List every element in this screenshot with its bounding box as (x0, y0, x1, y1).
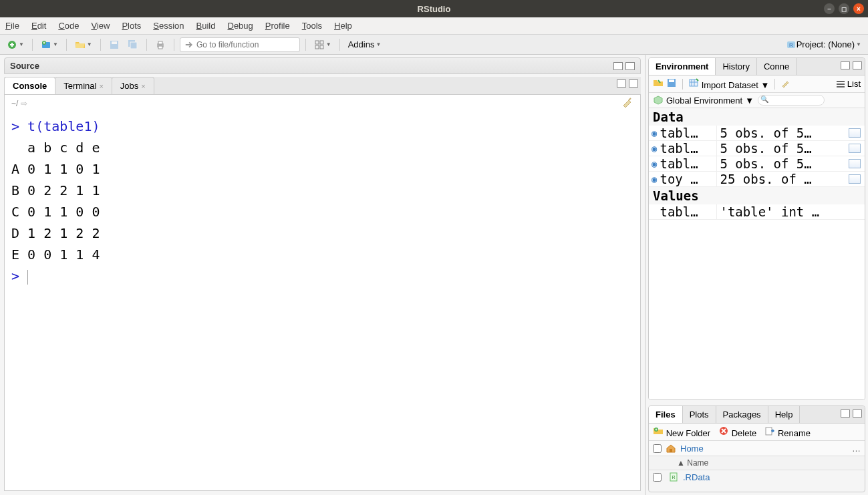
close-icon[interactable]: × (141, 82, 145, 90)
view-data-icon[interactable] (849, 144, 861, 153)
tab-environment[interactable]: Environment (649, 58, 716, 75)
env-values-header: Values (649, 187, 865, 204)
view-data-icon[interactable] (849, 128, 861, 138)
window-close-button[interactable]: × (853, 3, 864, 14)
breadcrumb-home[interactable]: Home (680, 444, 704, 454)
clear-console-button[interactable] (621, 97, 633, 110)
project-menu-button[interactable]: R Project: (None) ▼ (783, 38, 864, 51)
tab-jobs[interactable]: Jobs× (112, 77, 154, 94)
console-maximize-button[interactable] (629, 79, 638, 88)
view-data-icon[interactable] (849, 174, 861, 184)
chevron-down-icon: ▼ (745, 96, 754, 106)
plus-icon (7, 39, 17, 50)
menu-help[interactable]: Help (334, 21, 352, 31)
files-minimize-button[interactable] (841, 409, 850, 418)
files-maximize-button[interactable] (853, 409, 862, 418)
expand-icon[interactable]: ◉ (652, 143, 657, 154)
env-object-value: 25 obs. of … (717, 172, 849, 186)
tab-help[interactable]: Help (768, 406, 801, 423)
import-dataset-button[interactable]: Import Dataset ▼ (688, 77, 769, 90)
env-data-row[interactable]: ◉tabl…5 obs. of 5… (649, 126, 865, 141)
environment-search[interactable] (758, 95, 825, 106)
menu-file[interactable]: File (5, 21, 19, 31)
env-object-name: tabl… (660, 204, 717, 219)
expand-icon[interactable]: ◉ (652, 158, 657, 169)
menu-build[interactable]: Build (196, 21, 216, 31)
env-object-value: 5 obs. of 5… (717, 126, 849, 140)
menu-view[interactable]: View (91, 21, 110, 31)
tab-history[interactable]: History (716, 58, 756, 75)
file-name: .RData (683, 472, 710, 482)
close-icon[interactable]: × (99, 82, 103, 90)
new-folder-button[interactable]: New Folder (653, 426, 710, 438)
load-workspace-button[interactable] (653, 77, 664, 90)
window-minimize-button[interactable]: – (824, 3, 835, 14)
svg-rect-11 (320, 41, 323, 44)
rename-button[interactable]: Rename (764, 426, 811, 438)
files-toolbar: New Folder Delete Rename (649, 424, 865, 441)
env-object-value: 'table' int … (717, 204, 865, 219)
tab-connections[interactable]: Conne (757, 58, 797, 75)
tab-files[interactable]: Files (649, 406, 683, 423)
tab-packages[interactable]: Packages (716, 406, 768, 423)
sort-indicator[interactable]: ▲ Name (677, 458, 708, 468)
goto-file-function[interactable] (180, 37, 300, 52)
clear-objects-button[interactable] (780, 77, 791, 90)
env-object-name: tabl… (660, 126, 717, 140)
save-all-button[interactable] (125, 38, 141, 51)
console-path: ~/ (11, 99, 18, 108)
files-column-header: ▲ Name (649, 456, 865, 470)
window-maximize-button[interactable]: ◻ (839, 3, 849, 14)
environment-search-input[interactable] (758, 95, 825, 106)
delete-button[interactable]: Delete (718, 426, 756, 438)
new-file-button[interactable]: ▼ (4, 38, 27, 51)
menu-profile[interactable]: Profile (265, 21, 290, 31)
package-icon (653, 95, 664, 106)
select-all-checkbox[interactable] (653, 444, 662, 453)
env-value-row[interactable]: ◉tabl…'table' int … (649, 204, 865, 220)
grid-toggle-button[interactable]: ▼ (311, 38, 334, 51)
expand-icon[interactable]: ◉ (652, 128, 657, 138)
environment-toolbar: Import Dataset ▼ List (649, 75, 865, 93)
tab-plots[interactable]: Plots (683, 406, 716, 423)
expand-icon[interactable]: ◉ (652, 174, 657, 184)
menu-tools[interactable]: Tools (302, 21, 322, 31)
env-maximize-button[interactable] (853, 61, 862, 69)
new-project-button[interactable]: ▼ (38, 38, 61, 51)
svg-rect-13 (320, 45, 323, 49)
view-data-icon[interactable] (849, 159, 861, 168)
source-restore-button[interactable] (613, 62, 623, 70)
list-view-button[interactable]: List (835, 79, 861, 90)
save-button[interactable] (106, 38, 122, 51)
save-workspace-button[interactable] (666, 77, 677, 90)
tab-terminal[interactable]: Terminal× (55, 77, 112, 94)
goto-input[interactable] (196, 40, 295, 49)
folder-open-icon (653, 77, 664, 88)
env-data-row[interactable]: ◉toy_…25 obs. of … (649, 172, 865, 187)
console-minimize-button[interactable] (617, 79, 626, 88)
menu-session[interactable]: Session (153, 21, 184, 31)
open-file-button[interactable]: ▼ (72, 38, 95, 51)
file-row[interactable]: R .RData (649, 470, 865, 484)
menu-plots[interactable]: Plots (122, 21, 141, 31)
env-minimize-button[interactable] (841, 61, 850, 69)
env-data-row[interactable]: ◉tabl…5 obs. of 5… (649, 141, 865, 156)
env-data-row[interactable]: ◉tabl…5 obs. of 5… (649, 156, 865, 172)
console-command: t(table1) (27, 118, 100, 134)
console-output[interactable]: > t(table1) a b c d e A 0 1 1 0 1 B 0 2 … (4, 112, 641, 491)
broom-icon (780, 77, 791, 88)
more-button[interactable]: … (852, 444, 861, 454)
scope-selector[interactable]: Global Environment ▼ (653, 95, 754, 106)
menu-code[interactable]: Code (58, 21, 79, 31)
svg-rect-22 (670, 449, 672, 452)
environment-pane: Environment History Conne Import Dataset… (648, 57, 865, 400)
print-button[interactable] (152, 38, 168, 51)
tab-console[interactable]: Console (4, 77, 55, 94)
svg-rect-18 (690, 79, 698, 86)
menu-debug[interactable]: Debug (228, 21, 253, 31)
source-maximize-button[interactable] (625, 62, 635, 70)
menu-edit[interactable]: Edit (31, 21, 46, 31)
addins-button[interactable]: Addins ▼ (345, 38, 384, 51)
file-checkbox[interactable] (653, 473, 662, 482)
env-object-name: tabl… (660, 141, 717, 156)
